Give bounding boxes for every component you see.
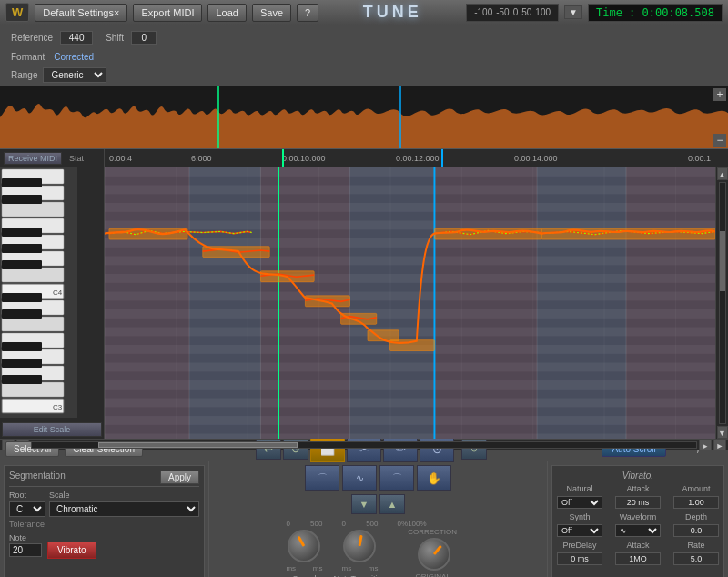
save-button[interactable]: Save bbox=[252, 4, 291, 22]
svg-rect-14 bbox=[2, 317, 64, 331]
svg-rect-10 bbox=[2, 268, 64, 282]
nt-max: 500 bbox=[366, 520, 378, 528]
natural-header: Natural bbox=[557, 484, 602, 493]
natural-select[interactable]: OffOn bbox=[557, 496, 602, 509]
curve2-button[interactable]: ∿ bbox=[342, 465, 377, 491]
vscroll-header bbox=[715, 149, 728, 167]
piano-roll-section: Receive MIDI Stat 0:00:4 6:000 0:00:10:0… bbox=[0, 149, 728, 436]
predelay-attack-header: Attack bbox=[615, 541, 661, 550]
loop-tool-button[interactable]: ⊙ bbox=[420, 437, 454, 462]
vibrato-button[interactable]: Vibrato bbox=[47, 542, 96, 559]
draw-tool-button[interactable]: ✏ bbox=[383, 437, 418, 462]
note-label: Note bbox=[9, 533, 42, 542]
vibrato-headers-row1: Natural Attack Amount bbox=[557, 484, 719, 493]
root-label: Root bbox=[9, 491, 46, 500]
nt-min: 0 bbox=[341, 520, 345, 528]
reference-panel: Reference Shift Formant Corrected Range … bbox=[0, 25, 728, 86]
note-group: Note bbox=[9, 533, 42, 557]
scroll-down-button[interactable]: ▼ bbox=[717, 426, 728, 439]
depth-header: Depth bbox=[673, 512, 719, 521]
svg-text:C4: C4 bbox=[53, 288, 63, 297]
pitch-up-button[interactable]: ▲ bbox=[379, 494, 405, 514]
load-button[interactable]: Load bbox=[207, 4, 246, 22]
segmentation-header: Segmentation Apply bbox=[9, 471, 199, 487]
piano-keyboard[interactable]: C4 C3 bbox=[0, 167, 104, 420]
meter-label-0: 0 bbox=[513, 7, 519, 17]
h-scroll-track[interactable] bbox=[31, 441, 697, 449]
scale-select[interactable]: ChromaticMajorMinor bbox=[49, 501, 199, 517]
rate-header: Rate bbox=[673, 541, 719, 550]
predelay-attack-value: 1MO bbox=[615, 552, 661, 565]
root-scale-row: Root CC#DD# EFF#G Scale ChromaticMajorMi… bbox=[9, 491, 199, 517]
scroll-up-button[interactable]: ▲ bbox=[717, 167, 728, 180]
app-title: TUNE bbox=[324, 3, 460, 22]
ratio-unit-labels: ORIGINAL bbox=[416, 572, 452, 577]
select-tool-button[interactable]: ⬜ bbox=[310, 437, 345, 462]
help-button[interactable]: ? bbox=[297, 4, 318, 22]
waveform-select[interactable]: ∿□△ bbox=[615, 524, 661, 537]
pitch-down-button[interactable]: ▼ bbox=[351, 494, 377, 514]
speed-knob[interactable] bbox=[288, 530, 320, 562]
hand-button[interactable]: ✋ bbox=[417, 465, 451, 491]
note-vibrato-row: Note Vibrato bbox=[9, 531, 199, 559]
note-transition-knob-group: 0 500 ms ms NoteTransition 120 bbox=[333, 520, 386, 577]
note-input[interactable] bbox=[9, 543, 42, 557]
cut-tool-button[interactable]: ✂ bbox=[347, 437, 381, 462]
svg-text:C3: C3 bbox=[53, 403, 63, 411]
meter-dropdown-icon[interactable]: ▼ bbox=[564, 5, 582, 19]
synth-select[interactable]: OffOn bbox=[557, 524, 602, 537]
speed-min: 0 bbox=[286, 520, 289, 528]
svg-rect-18 bbox=[2, 382, 64, 397]
waves-logo: W bbox=[5, 3, 29, 22]
roll-grid-svg bbox=[105, 167, 715, 439]
shift-input[interactable] bbox=[131, 31, 157, 45]
knobs-row: 0 500 ms ms Speed 15 0 500 bbox=[286, 520, 470, 577]
h-scroll-thumb[interactable] bbox=[98, 442, 298, 448]
root-select[interactable]: CC#DD# EFF#G bbox=[9, 501, 46, 517]
timeline-mark-1: 6:000 bbox=[191, 154, 212, 163]
receive-midi-button[interactable]: Receive MIDI bbox=[4, 152, 62, 165]
ratio-knob[interactable] bbox=[418, 538, 450, 571]
pitch-meter: -100 -50 0 50 100 bbox=[466, 4, 559, 22]
waveform-zoom-in-button[interactable]: + bbox=[713, 88, 726, 101]
svg-rect-28 bbox=[2, 342, 42, 351]
vibrato-values-row3: 0 ms 1MO 5.0 bbox=[557, 552, 719, 565]
ratio-max-label: 100% CORRECTION bbox=[408, 520, 470, 536]
waveform-zoom-out-button[interactable]: − bbox=[713, 134, 726, 147]
tolerance-label: Tolerance bbox=[9, 520, 199, 529]
export-midi-button[interactable]: Export MIDI bbox=[133, 4, 202, 22]
curve1-button[interactable]: ⌒ bbox=[305, 465, 339, 491]
waveform-svg bbox=[0, 86, 728, 148]
vibrato-values-row1: OffOn 20 ms 1.00 bbox=[557, 496, 719, 509]
curve3-button[interactable]: ⌒ bbox=[379, 465, 414, 491]
scroll-track[interactable] bbox=[719, 182, 726, 424]
apply-button[interactable]: Apply bbox=[160, 471, 199, 484]
time-display: Time : 0:00:08.508 bbox=[588, 4, 723, 22]
range-select[interactable]: Generic Tenor Alto Soprano Bass bbox=[43, 67, 106, 83]
natural-attack-value: 20 ms bbox=[615, 496, 661, 509]
meter-label-neg100: -100 bbox=[474, 7, 492, 17]
waveform-area[interactable]: + − bbox=[0, 86, 728, 149]
meter-label-neg50: -50 bbox=[496, 7, 509, 17]
synth-header: Synth bbox=[557, 512, 602, 521]
default-settings-button[interactable]: Default Settings× bbox=[35, 4, 127, 22]
vertical-scrollbar[interactable]: ▲ ▼ bbox=[715, 167, 728, 439]
nt-unit-ms2: ms bbox=[369, 564, 379, 572]
speed-unit-ms: ms bbox=[286, 564, 296, 572]
depth-value: 0.0 bbox=[673, 524, 719, 537]
timeline-ruler[interactable]: 0:00:4 6:000 0:00:10:000 0:00:12:000 0:0… bbox=[105, 149, 715, 167]
stat-label: Stat bbox=[69, 154, 84, 163]
svg-rect-25 bbox=[2, 260, 42, 269]
attack-header: Attack bbox=[615, 484, 661, 493]
reference-input[interactable] bbox=[60, 31, 93, 45]
roll-grid[interactable] bbox=[105, 167, 715, 439]
scroll-thumb[interactable] bbox=[720, 231, 725, 291]
rate-value: 5.0 bbox=[673, 552, 719, 565]
note-transition-knob[interactable] bbox=[343, 530, 376, 562]
edit-scale-button[interactable]: Edit Scale bbox=[2, 422, 102, 437]
shift-label: Shift bbox=[106, 33, 124, 43]
ratio-min-max: 0% 100% CORRECTION bbox=[398, 520, 470, 536]
speed-max: 500 bbox=[310, 520, 322, 528]
ratio-unit-original: ORIGINAL bbox=[416, 572, 450, 577]
piano-keys-svg: C4 C3 bbox=[0, 167, 105, 418]
